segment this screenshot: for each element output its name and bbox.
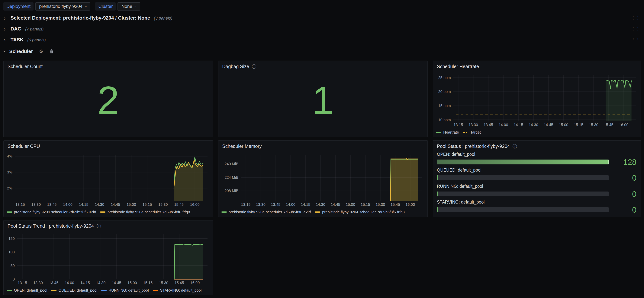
svg-text:0: 0 [12,277,15,281]
panel-dagbag-size: Dagbag Size ⓘ 1 [218,61,428,137]
legend-item[interactable]: RUNNING: default_pool [101,288,148,292]
row-title: DAG [10,26,22,32]
svg-text:224 MiB: 224 MiB [225,175,238,180]
cluster-variable-label: Cluster [96,2,116,10]
grafana-dashboard: Deployment prehistoric-flyby-9204 › Clus… [0,0,644,298]
drag-handle-icon[interactable]: ⋮⋮ [631,37,640,42]
row-scheduler[interactable]: › Scheduler ⚙ [0,45,644,57]
svg-text:13:15: 13:15 [18,281,27,285]
svg-text:16:00: 16:00 [406,202,415,207]
legend-item[interactable]: prehistoric-flyby-9204-scheduler-7d69b5f… [222,210,311,214]
gauge-running: RUNNING: default_pool 0 [437,184,636,198]
svg-text:16:00: 16:00 [619,123,628,127]
row-selected-deployment[interactable]: › Selected Deployment: prehistoric-flyby… [0,12,644,23]
svg-text:15 bpm: 15 bpm [438,104,451,108]
gear-icon[interactable]: ⚙ [39,48,43,54]
drag-handle-icon[interactable]: ⋮⋮ [631,26,640,31]
svg-text:16:00: 16:00 [190,202,200,207]
svg-text:15:15: 15:15 [574,123,583,127]
svg-text:13:45: 13:45 [49,281,58,285]
svg-text:15:00: 15:00 [128,281,137,285]
panel-title-cpu[interactable]: Scheduler CPU [4,141,213,151]
panel-pool-status-trend: Pool Status Trend : prehistoric-flyby-92… [4,220,213,295]
svg-text:15:15: 15:15 [143,281,152,285]
svg-text:15:45: 15:45 [174,202,184,207]
memory-legend: prehistoric-flyby-9204-scheduler-7d69b5f… [222,209,426,215]
legend-item[interactable]: prehistoric-flyby-9204-scheduler-7d69b5f… [100,210,190,214]
gauge-track [437,176,608,180]
trash-icon[interactable] [49,49,54,54]
gauge-queued: QUEUED: default_pool 0 [437,168,636,182]
pool-trend-chart[interactable]: 13:1513:3013:4514:0014:1514:3014:4515:00… [6,232,210,285]
legend-color-marker [153,290,158,291]
gauge-label: OPEN: default_pool [437,152,636,157]
gauge-value: 128 [614,158,636,166]
info-icon[interactable]: ⓘ [252,63,256,70]
svg-text:150: 150 [8,237,15,241]
legend-item[interactable]: prehistoric-flyby-9204-scheduler-7d69b5f… [315,210,405,214]
svg-text:14:15: 14:15 [301,202,310,207]
gauge-value: 0 [614,206,636,214]
legend-color-marker [101,290,106,291]
info-icon[interactable]: ⓘ [96,223,101,229]
legend-color-marker [7,290,12,291]
cluster-variable-select[interactable]: None › [118,2,140,10]
deployment-variable: Deployment prehistoric-flyby-9204 › [4,2,90,10]
svg-text:240 MiB: 240 MiB [225,162,238,166]
svg-text:13:15: 13:15 [16,202,25,207]
panel-title-pool-trend[interactable]: Pool Status Trend : prehistoric-flyby-92… [4,221,213,230]
drag-handle-icon[interactable]: ⋮⋮ [631,15,640,20]
cluster-variable-value: None [122,4,132,9]
svg-text:13:30: 13:30 [33,281,43,285]
cpu-legend: prehistoric-flyby-9204-scheduler-7d69b5f… [7,209,211,215]
legend-item[interactable]: Heartrate [436,130,459,134]
heartrate-chart[interactable]: 13:1513:3013:4514:0014:1514:3014:4515:00… [435,72,639,127]
panel-title-heartrate[interactable]: Scheduler Heartrate [433,61,641,71]
info-icon[interactable]: ⓘ [512,143,517,150]
legend-color-marker [100,211,106,212]
row-title: TASK [10,37,24,42]
svg-text:14:15: 14:15 [79,202,88,207]
legend-item[interactable]: prehistoric-flyby-9204-scheduler-7d69b5f… [7,210,96,214]
svg-text:13:30: 13:30 [31,202,41,207]
svg-text:15:30: 15:30 [158,202,168,207]
legend-color-marker [315,211,320,212]
svg-text:14:15: 14:15 [80,281,90,285]
chevron-down-icon: › [2,50,7,52]
deployment-variable-label: Deployment [4,2,34,10]
svg-text:3%: 3% [7,170,12,174]
svg-text:50: 50 [10,264,15,268]
gauge-fill [437,160,608,164]
cpu-chart[interactable]: 13:1513:3013:4514:0014:1514:3014:4515:00… [6,152,210,207]
svg-text:14:00: 14:00 [65,281,74,285]
variables-bar: Deployment prehistoric-flyby-9204 › Clus… [0,0,644,12]
svg-text:14:15: 14:15 [514,123,523,127]
svg-text:13:45: 13:45 [271,202,280,207]
legend-item[interactable]: STARVING: default_pool [153,288,202,292]
legend-item[interactable]: QUEUED: default_pool [52,288,97,292]
caret-down-icon: › [134,6,138,7]
row-panel-count: (3 panels) [154,16,172,20]
panel-title-text: Scheduler Heartrate [437,64,479,69]
deployment-variable-select[interactable]: prehistoric-flyby-9204 › [36,2,90,10]
panel-scheduler-count: Scheduler Count 2 [4,61,213,137]
svg-text:15:15: 15:15 [360,202,370,207]
legend-item[interactable]: OPEN: default_pool [7,288,47,292]
svg-text:15:00: 15:00 [559,123,568,127]
legend-color-marker [7,211,12,212]
svg-text:13:45: 13:45 [47,202,57,207]
row-dag[interactable]: › DAG (7 panels) ⋮⋮ [0,23,644,34]
row-panel-count: (6 panels) [27,37,46,42]
svg-text:14:45: 14:45 [111,202,120,207]
panel-title-pool-status[interactable]: Pool Status : prehistoric-flyby-9204 ⓘ [433,141,641,151]
svg-text:15:45: 15:45 [604,123,613,127]
panel-title-text: Scheduler Memory [222,144,262,149]
svg-text:100: 100 [8,250,15,254]
legend-item[interactable]: Target [463,130,481,134]
row-task[interactable]: › TASK (6 panels) ⋮⋮ [0,34,644,45]
svg-text:14:45: 14:45 [331,202,340,207]
svg-text:15:30: 15:30 [589,123,598,127]
memory-chart[interactable]: 13:1513:3013:4514:0014:1514:3014:4515:00… [221,152,425,207]
panel-title-memory[interactable]: Scheduler Memory [218,141,428,151]
svg-text:13:45: 13:45 [484,123,493,127]
